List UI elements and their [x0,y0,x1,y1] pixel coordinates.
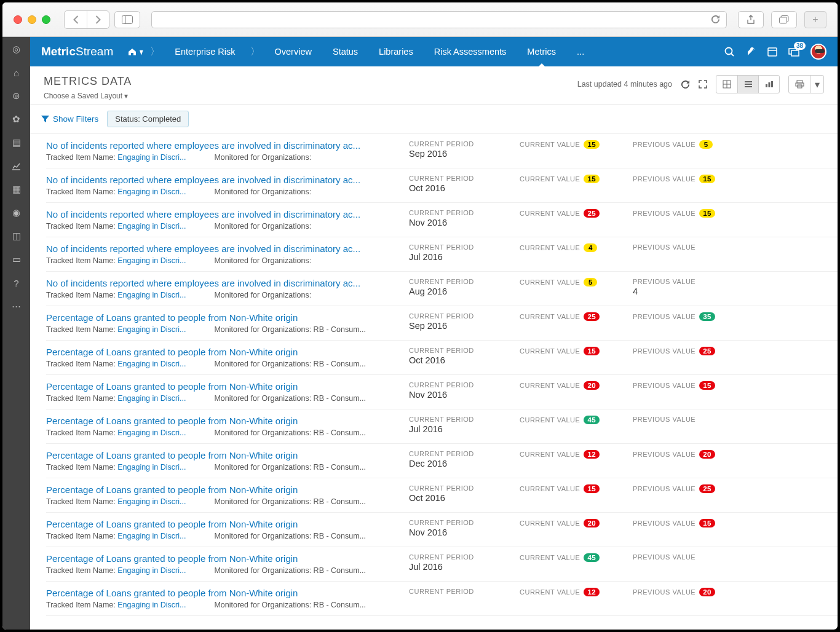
fullscreen-icon[interactable] [699,80,707,89]
notifications-icon[interactable]: 38 [788,47,799,57]
monitored-orgs: Monitored for Organizations: RB - Consum… [214,566,366,575]
print-button[interactable] [789,76,810,93]
tools-icon[interactable] [746,47,756,57]
filter-chip-status[interactable]: Status: Completed [107,111,189,127]
brand-logo[interactable]: MetricStream [41,45,113,58]
tracked-item-link[interactable]: Engaging in Discri... [117,497,186,506]
tracked-item-link[interactable]: Engaging in Discri... [117,394,186,403]
close-window-button[interactable] [14,15,22,24]
tracked-item-link[interactable]: Engaging in Discri... [117,291,186,299]
tracked-item: Tracked Item Name: Engaging in Discri... [46,153,186,162]
tracked-item-link[interactable]: Engaging in Discri... [117,325,186,334]
metric-title-link[interactable]: Percentage of Loans granted to people fr… [46,588,403,598]
tracked-item-link[interactable]: Engaging in Discri... [117,429,186,437]
current-value-label: CURRENT VALUE 45 [520,416,633,424]
print-dropdown-button[interactable]: ▾ [810,76,823,93]
metric-title-link[interactable]: Percentage of Loans granted to people fr… [46,553,403,564]
value-pill: 20 [699,450,715,459]
address-bar[interactable] [151,11,727,28]
tracked-item-link[interactable]: Engaging in Discri... [117,360,186,368]
rail-box-icon[interactable]: ◫ [10,230,23,242]
tracked-item-link[interactable]: Engaging in Discri... [117,601,186,609]
calendar-icon[interactable] [767,47,777,57]
back-button[interactable] [65,11,87,28]
previous-value-label: PREVIOUS VALUE [633,243,743,251]
metrics-list[interactable]: No of incidents reported where employees… [30,134,838,630]
tabs-button[interactable] [771,11,797,28]
tracked-item: Tracked Item Name: Engaging in Discri... [46,532,186,540]
tracked-item-link[interactable]: Engaging in Discri... [117,566,186,575]
new-tab-button[interactable]: + [804,11,826,28]
tracked-item-link[interactable]: Engaging in Discri... [117,188,186,196]
refresh-icon[interactable] [681,80,690,89]
rail-help-icon[interactable]: ? [10,277,23,289]
search-icon[interactable] [724,47,735,57]
nav-item-risk-assessments[interactable]: Risk Assessments [426,37,515,66]
value-pill: 25 [584,312,600,321]
metric-title-link[interactable]: No of incidents reported where employees… [46,243,403,254]
current-period-label: CURRENT PERIOD [409,243,520,251]
home-icon [128,48,137,56]
nav-item-libraries[interactable]: Libraries [370,37,422,66]
tracked-item: Tracked Item Name: Engaging in Discri... [46,463,186,472]
metric-title-link[interactable]: Percentage of Loans granted to people fr… [46,381,403,392]
metric-title-link[interactable]: Percentage of Loans granted to people fr… [46,347,403,357]
rail-circle-icon[interactable]: ◉ [10,207,23,219]
tracked-item-link[interactable]: Engaging in Discri... [117,256,186,265]
tracked-item-link[interactable]: Engaging in Discri... [117,222,186,231]
saved-layout-dropdown[interactable]: Choose a Saved Layout ▾ [44,92,132,100]
avatar[interactable] [810,44,826,60]
tracked-item-link[interactable]: Engaging in Discri... [117,532,186,540]
rail-card-icon[interactable]: ▭ [10,253,23,266]
breadcrumb-parent[interactable]: Enterprise Risk [166,37,244,66]
metric-title-link[interactable]: Percentage of Loans granted to people fr… [46,484,403,495]
rail-target-icon[interactable]: ⊚ [10,90,23,102]
rail-more-icon[interactable]: ⋯ [10,300,23,312]
value-pill: 15 [699,175,715,183]
svg-rect-19 [797,81,802,83]
refresh-icon[interactable] [711,15,720,24]
minimize-window-button[interactable] [28,15,36,24]
nav-item--[interactable]: ... [568,37,593,66]
breadcrumb-separator-2: 〉 [250,45,260,58]
share-button[interactable] [738,11,764,28]
previous-value-label: PREVIOUS VALUE 15 [633,519,743,527]
home-breadcrumb[interactable]: ▾ [128,46,144,58]
metric-title-link[interactable]: Percentage of Loans granted to people fr… [46,450,403,460]
metric-title-link[interactable]: Percentage of Loans granted to people fr… [46,416,403,426]
rail-chart-icon[interactable] [10,160,23,172]
grid-view-button[interactable] [716,76,737,93]
rail-list-icon[interactable]: ▤ [10,136,23,149]
notification-badge: 38 [794,42,806,50]
sidebar-toggle-button[interactable] [114,11,140,28]
value-pill: 15 [699,519,715,527]
tracked-item-link[interactable]: Engaging in Discri... [117,463,186,472]
nav-item-metrics[interactable]: Metrics [518,37,565,66]
current-period-value: Jul 2016 [409,562,520,572]
metric-title-link[interactable]: Percentage of Loans granted to people fr… [46,312,403,323]
metric-title-link[interactable]: No of incidents reported where employees… [46,209,403,219]
rail-gauge-icon[interactable]: ◎ [10,43,23,55]
current-value-label: CURRENT VALUE 15 [520,175,633,183]
previous-value-plain: 4 [633,286,743,296]
rail-home-icon[interactable]: ⌂ [10,66,23,79]
list-view-button[interactable] [737,76,758,93]
metric-row: Percentage of Loans granted to people fr… [46,478,838,513]
brand-bold: Metric [41,45,76,58]
rail-gear-icon[interactable]: ✿ [10,113,23,125]
maximize-window-button[interactable] [42,15,50,24]
breadcrumb-separator: 〉 [150,45,160,58]
metric-title-link[interactable]: No of incidents reported where employees… [46,278,403,288]
metric-row: Percentage of Loans granted to people fr… [46,341,838,375]
metric-title-link[interactable]: Percentage of Loans granted to people fr… [46,519,403,529]
rail-grid-icon[interactable]: ▦ [10,183,23,196]
chart-view-button[interactable] [758,76,779,93]
metric-title-link[interactable]: No of incidents reported where employees… [46,140,403,151]
nav-item-overview[interactable]: Overview [266,37,320,66]
show-filters-button[interactable]: Show Filters [41,114,98,124]
tracked-item-link[interactable]: Engaging in Discri... [117,153,186,162]
nav-item-status[interactable]: Status [324,37,367,66]
metric-title-link[interactable]: No of incidents reported where employees… [46,175,403,185]
forward-button[interactable] [87,11,109,28]
metric-row: No of incidents reported where employees… [46,203,838,237]
